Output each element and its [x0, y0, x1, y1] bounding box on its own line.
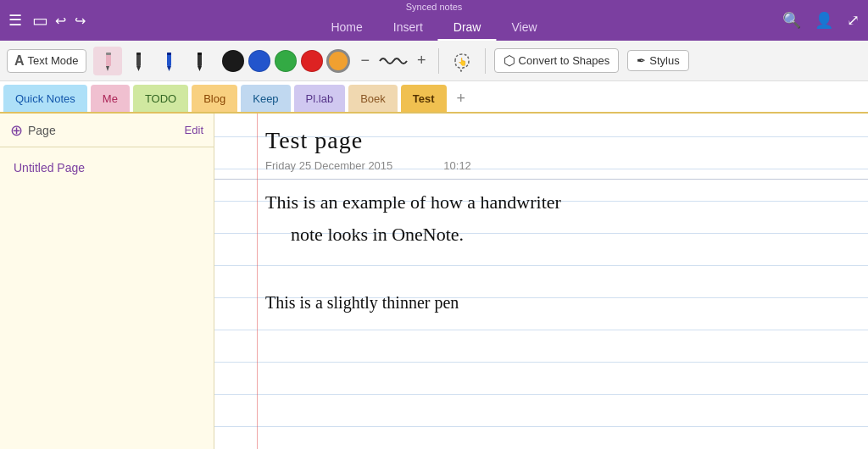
text-mode-button[interactable]: A Text Mode: [7, 49, 86, 73]
notebook-icon[interactable]: ▭: [32, 10, 48, 30]
color-red[interactable]: [301, 50, 323, 72]
pen-pink-icon: [96, 49, 120, 73]
add-notebook-button[interactable]: +: [450, 85, 473, 112]
convert-to-shapes-button[interactable]: ⬡ Convert to Shapes: [494, 48, 620, 73]
color-green[interactable]: [275, 50, 297, 72]
notebook-tabs: Quick Notes Me TODO Blog Keep Pl.lab Boe…: [0, 81, 868, 114]
toolbar-divider-2: [485, 48, 486, 74]
menu-icon[interactable]: ☰: [8, 11, 22, 30]
color-blue[interactable]: [248, 50, 270, 72]
nb-tab-keep[interactable]: Keep: [241, 85, 290, 112]
undo-icon[interactable]: ↩: [55, 13, 66, 29]
thickness-controls: − +: [358, 50, 430, 71]
sidebar-page-label[interactable]: ⊕ Page: [10, 121, 56, 140]
hw-line-2: note looks in OneNote.: [265, 219, 817, 251]
nb-tab-test[interactable]: Test: [401, 85, 447, 112]
text-mode-label: Text Mode: [28, 54, 79, 67]
nav-tabs: Home Insert Draw View: [315, 15, 552, 41]
pen-blue-icon: [157, 49, 181, 73]
pen-blue[interactable]: [154, 47, 183, 75]
pen-dark2-icon: [187, 49, 211, 73]
top-bar: Synced notes ☰ ▭ ↩ ↪ Home Insert Draw Vi…: [0, 0, 868, 41]
note-title: Test page: [265, 127, 817, 154]
nb-tab-quicknotes[interactable]: Quick Notes: [3, 85, 87, 112]
color-black[interactable]: [222, 50, 244, 72]
svg-rect-2: [106, 53, 111, 55]
margin-line: [257, 114, 258, 449]
expand-icon[interactable]: ⤢: [847, 11, 860, 30]
tab-home[interactable]: Home: [315, 15, 377, 41]
draw-toolbar: A Text Mode: [0, 41, 868, 81]
pen-pink[interactable]: [93, 47, 122, 75]
svg-marker-4: [136, 66, 141, 71]
page-item-untitled[interactable]: Untitled Page: [0, 154, 214, 181]
thickness-increase[interactable]: +: [414, 50, 430, 71]
pen-dark1-icon: [126, 49, 150, 73]
nb-tab-blog[interactable]: Blog: [192, 85, 237, 112]
svg-marker-1: [106, 66, 109, 71]
top-bar-actions: 🔍 👤 ⤢: [782, 11, 860, 30]
svg-marker-10: [198, 66, 202, 71]
tab-view[interactable]: View: [496, 15, 552, 41]
note-time: 10:12: [443, 159, 471, 172]
sidebar-header: ⊕ Page Edit: [0, 114, 214, 147]
search-icon[interactable]: 🔍: [782, 11, 801, 30]
synced-label: Synced notes: [406, 2, 463, 12]
note-title-area: Test page: [214, 114, 868, 154]
stylus-icon: ✒: [637, 54, 646, 67]
pen-dark2[interactable]: [185, 47, 214, 75]
tab-insert[interactable]: Insert: [378, 15, 438, 41]
pen-dark1[interactable]: [124, 47, 153, 75]
svg-text:👆: 👆: [458, 57, 468, 67]
lasso-icon: 👆: [451, 50, 473, 72]
nb-tab-me[interactable]: Me: [91, 85, 130, 112]
thickness-decrease[interactable]: −: [358, 50, 374, 71]
note-date: Friday 25 December 2015: [265, 159, 392, 172]
redo-icon[interactable]: ↪: [75, 13, 86, 29]
handwritten-content: This is an example of how a handwriter n…: [214, 180, 868, 325]
main-area: ⊕ Page Edit Untitled Page Test page Frid…: [0, 114, 868, 449]
nb-tab-pllab[interactable]: Pl.lab: [294, 85, 346, 112]
wave-icon: [378, 54, 409, 68]
note-paper: Test page Friday 25 December 2015 10:12 …: [214, 114, 868, 449]
svg-marker-7: [167, 66, 171, 71]
nb-tab-boek[interactable]: Boek: [348, 85, 398, 112]
hw-line-4: This is a slightly thinner pen: [265, 286, 817, 319]
add-page-icon: ⊕: [10, 121, 23, 140]
nb-tab-todo[interactable]: TODO: [133, 85, 188, 112]
text-a-icon: A: [14, 53, 25, 69]
pen-tools: [93, 47, 214, 75]
stylus-label: Stylus: [649, 54, 679, 67]
tab-draw[interactable]: Draw: [438, 15, 497, 41]
note-meta: Friday 25 December 2015 10:12: [214, 158, 868, 180]
convert-icon: ⬡: [504, 53, 515, 69]
svg-rect-8: [167, 53, 171, 55]
lasso-select-button[interactable]: 👆: [448, 47, 476, 75]
sidebar: ⊕ Page Edit Untitled Page: [0, 114, 214, 449]
hw-line-1: This is an example of how a handwriter: [265, 186, 817, 219]
svg-rect-5: [136, 53, 141, 55]
stylus-button[interactable]: ✒ Stylus: [627, 50, 688, 71]
convert-label: Convert to Shapes: [519, 54, 610, 67]
sidebar-edit-button[interactable]: Edit: [185, 124, 203, 136]
thickness-preview: [376, 53, 410, 69]
color-orange[interactable]: [327, 50, 349, 72]
add-person-icon[interactable]: 👤: [815, 11, 833, 30]
note-area[interactable]: Test page Friday 25 December 2015 10:12 …: [214, 114, 868, 449]
sidebar-pages: Untitled Page: [0, 147, 214, 449]
hw-line-3: [265, 254, 817, 286]
toolbar-divider-1: [438, 48, 439, 74]
svg-rect-11: [198, 53, 202, 55]
